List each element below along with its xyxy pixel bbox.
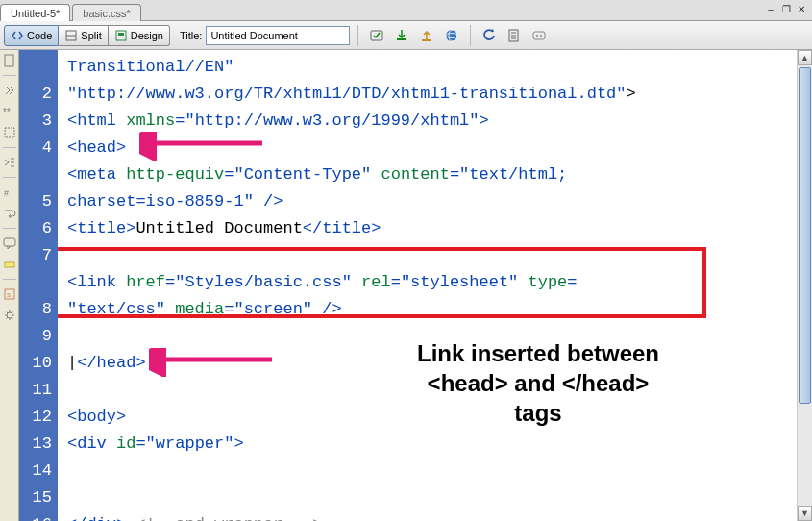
rail-separator — [3, 75, 16, 76]
scroll-down-arrow[interactable]: ▼ — [798, 506, 812, 521]
line-number: 3 — [19, 108, 52, 135]
tag-icon[interactable]: # — [3, 186, 16, 199]
view-mode-group: Code Split Design — [4, 25, 170, 46]
rail-separator — [3, 147, 16, 148]
line-number: 9 — [19, 323, 52, 350]
code-line[interactable]: Transitional//EN" — [67, 54, 793, 81]
code-line[interactable]: "http://www.w3.org/TR/xhtml1/DTD/xhtml1-… — [67, 81, 793, 108]
document-button[interactable] — [504, 25, 525, 46]
window-controls: – ❐ ✕ — [764, 2, 808, 15]
editor-area: ** # s 23456789101112131415161718 Transi… — [0, 50, 812, 521]
design-icon — [114, 29, 128, 42]
svg-text:s: s — [7, 290, 11, 299]
svg-rect-18 — [5, 128, 14, 137]
rail-separator — [3, 279, 16, 280]
upload-button[interactable] — [416, 25, 437, 46]
svg-point-14 — [536, 35, 538, 37]
design-view-label: Design — [131, 30, 163, 41]
design-view-button[interactable]: Design — [109, 25, 170, 46]
code-view-button[interactable]: Code — [4, 25, 59, 46]
code-icon — [11, 29, 24, 42]
code-line[interactable]: </div> <!--end wrapper --> — [67, 511, 793, 521]
scroll-thumb[interactable] — [799, 67, 811, 404]
line-number: 15 — [19, 484, 52, 511]
close-button[interactable]: ✕ — [795, 2, 808, 15]
vertical-scrollbar[interactable]: ▲ ▼ — [797, 50, 812, 521]
code-line[interactable]: charset=iso-8859-1" /> — [67, 188, 793, 215]
options-button[interactable] — [529, 25, 550, 46]
preview-globe-button[interactable] — [441, 25, 462, 46]
line-number: 16 — [19, 511, 52, 521]
line-number: 13 — [19, 431, 52, 458]
svg-rect-16 — [5, 55, 13, 66]
tab-label: basic.css* — [83, 8, 131, 19]
expand-icon[interactable] — [3, 84, 16, 97]
line-number — [19, 269, 52, 296]
tab-basic-css[interactable]: basic.css* — [72, 4, 141, 21]
comment-icon[interactable] — [3, 236, 16, 250]
svg-point-15 — [540, 35, 542, 37]
toolbar-separator — [357, 25, 358, 46]
line-number — [19, 161, 52, 188]
svg-rect-5 — [397, 38, 406, 40]
code-line[interactable]: <html xmlns="http://www.w3.org/1999/xhtm… — [67, 108, 793, 135]
split-view-button[interactable]: Split — [59, 25, 108, 46]
code-line[interactable]: <title>Untitled Document</title> — [67, 215, 793, 242]
split-view-label: Split — [81, 30, 101, 41]
code-line[interactable]: <head> — [67, 135, 793, 161]
svg-text:#: # — [4, 188, 9, 198]
code-line[interactable]: |</head> — [67, 350, 793, 377]
svg-rect-6 — [422, 39, 431, 41]
line-number: 7 — [19, 242, 52, 269]
code-line[interactable]: <div id="wrapper"> — [67, 431, 793, 458]
view-toolbar: Code Split Design Title: — [0, 21, 812, 50]
refresh-button[interactable] — [479, 25, 500, 46]
vertical-toolbar: ** # s — [0, 50, 19, 521]
line-gutter: 23456789101112131415161718 — [19, 50, 58, 521]
code-line[interactable]: <meta http-equiv="Content-Type" content=… — [67, 161, 793, 188]
code-line[interactable] — [67, 323, 793, 350]
line-number: 2 — [19, 81, 52, 108]
snippet-icon[interactable]: s — [3, 287, 16, 301]
tab-label: Untitled-5* — [11, 8, 60, 19]
indent-icon[interactable] — [3, 156, 16, 169]
split-icon — [64, 29, 78, 42]
scroll-up-arrow[interactable]: ▲ — [798, 50, 812, 65]
code-line[interactable]: <body> — [67, 404, 793, 431]
line-number: 6 — [19, 215, 52, 242]
line-number: 12 — [19, 404, 52, 431]
line-number: 10 — [19, 350, 52, 377]
code-line[interactable]: <link href="Styles/basic.css" rel="style… — [67, 269, 793, 296]
rail-separator — [3, 228, 16, 229]
code-line[interactable] — [67, 484, 793, 511]
highlight-icon[interactable] — [3, 258, 16, 271]
line-number — [19, 54, 52, 81]
wrap-icon[interactable] — [3, 207, 16, 220]
tab-bar: Untitled-5* basic.css* – ❐ ✕ — [0, 0, 812, 21]
svg-text:**: ** — [3, 107, 11, 117]
collapse-icon[interactable]: ** — [3, 105, 16, 118]
tab-untitled[interactable]: Untitled-5* — [0, 4, 70, 21]
document-icon[interactable] — [3, 54, 16, 67]
minimize-button[interactable]: – — [764, 2, 777, 15]
rail-separator — [3, 177, 16, 178]
line-number: 14 — [19, 458, 52, 484]
svg-rect-13 — [533, 32, 545, 39]
line-number: 11 — [19, 377, 52, 404]
title-input[interactable] — [206, 26, 350, 45]
validate-button[interactable] — [391, 25, 412, 46]
code-line[interactable]: "text/css" media="screen" /> — [67, 296, 793, 323]
code-line[interactable] — [67, 377, 793, 404]
check-browser-button[interactable] — [366, 25, 387, 46]
code-line[interactable] — [67, 242, 793, 269]
svg-rect-3 — [118, 33, 124, 36]
code-content[interactable]: Transitional//EN""http://www.w3.org/TR/x… — [58, 50, 797, 521]
gear-icon[interactable] — [3, 309, 16, 322]
code-editor[interactable]: 23456789101112131415161718 Transitional/… — [19, 50, 812, 521]
line-number: 5 — [19, 188, 52, 215]
code-line[interactable] — [67, 458, 793, 484]
select-icon[interactable] — [3, 126, 16, 139]
svg-rect-21 — [5, 262, 14, 267]
title-label: Title: — [180, 30, 202, 41]
restore-button[interactable]: ❐ — [779, 2, 793, 15]
